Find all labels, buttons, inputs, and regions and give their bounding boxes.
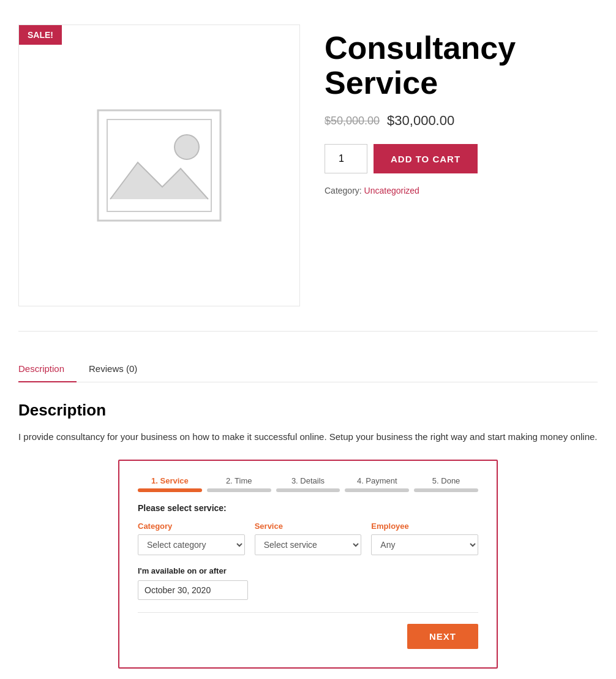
step-done-bar [414, 488, 478, 492]
availability-row: I'm available on or after [138, 566, 478, 600]
step-payment-label: 4. Payment [345, 476, 409, 485]
fields-row: Category Select category Service Select … [138, 522, 478, 555]
product-info: Consultancy Service $50,000.00 $30,000.0… [325, 25, 598, 306]
product-section: SALE! Consultancy Service $50,000.00 [18, 12, 598, 332]
booking-widget: 1. Service 2. Time 3. Details 4. Payment [118, 460, 498, 669]
steps-row: 1. Service 2. Time 3. Details 4. Payment [138, 476, 478, 492]
step-time-label: 2. Time [207, 476, 271, 485]
add-to-cart-row: ADD TO CART [325, 144, 598, 173]
svg-rect-0 [98, 110, 220, 221]
field-group-employee: Employee Any [371, 522, 478, 555]
step-details-bar [276, 488, 340, 492]
product-price: $50,000.00 $30,000.00 [325, 113, 598, 129]
step-time-bar [207, 488, 271, 492]
add-to-cart-button[interactable]: ADD TO CART [374, 144, 478, 173]
tab-content-description: Description I provide consultancy for yo… [18, 401, 598, 669]
tab-description[interactable]: Description [18, 356, 77, 382]
tabs-section: Description Reviews (0) Description I pr… [18, 356, 598, 669]
sale-badge: SALE! [19, 25, 62, 45]
category-link[interactable]: Uncategorized [364, 186, 419, 195]
quantity-input[interactable] [325, 144, 367, 173]
service-select[interactable]: Select service [255, 534, 362, 555]
next-button[interactable]: NEXT [407, 624, 478, 649]
original-price: $50,000.00 [325, 115, 380, 127]
step-service-label: 1. Service [138, 476, 202, 485]
step-service: 1. Service [138, 476, 202, 492]
step-done-label: 5. Done [414, 476, 478, 485]
step-done: 5. Done [414, 476, 478, 492]
product-category: Category: Uncategorized [325, 186, 598, 195]
category-select[interactable]: Select category [138, 534, 245, 555]
field-group-service: Service Select service [255, 522, 362, 555]
field-group-category: Category Select category [138, 522, 245, 555]
step-details-label: 3. Details [276, 476, 340, 485]
service-field-label: Service [255, 522, 362, 531]
svg-point-2 [175, 135, 199, 159]
tab-reviews[interactable]: Reviews (0) [77, 356, 149, 382]
product-title: Consultancy Service [325, 31, 598, 101]
description-text: I provide consultancy for your business … [18, 430, 598, 444]
product-image-placeholder [92, 104, 227, 227]
step-details: 3. Details [276, 476, 340, 492]
select-service-label: Please select service: [138, 503, 478, 513]
date-input[interactable] [138, 580, 248, 600]
page-wrapper: SALE! Consultancy Service $50,000.00 [0, 0, 616, 679]
step-time: 2. Time [207, 476, 271, 492]
sale-price: $30,000.00 [387, 113, 454, 129]
step-payment: 4. Payment [345, 476, 409, 492]
step-payment-bar [345, 488, 409, 492]
widget-footer: NEXT [138, 624, 478, 649]
employee-select[interactable]: Any [371, 534, 478, 555]
availability-label: I'm available on or after [138, 566, 478, 575]
description-heading: Description [18, 401, 598, 420]
widget-divider [138, 612, 478, 613]
category-field-label: Category [138, 522, 245, 531]
product-image-wrapper: SALE! [18, 25, 300, 306]
tabs-list: Description Reviews (0) [18, 356, 598, 382]
step-service-bar [138, 488, 202, 492]
employee-field-label: Employee [371, 522, 478, 531]
